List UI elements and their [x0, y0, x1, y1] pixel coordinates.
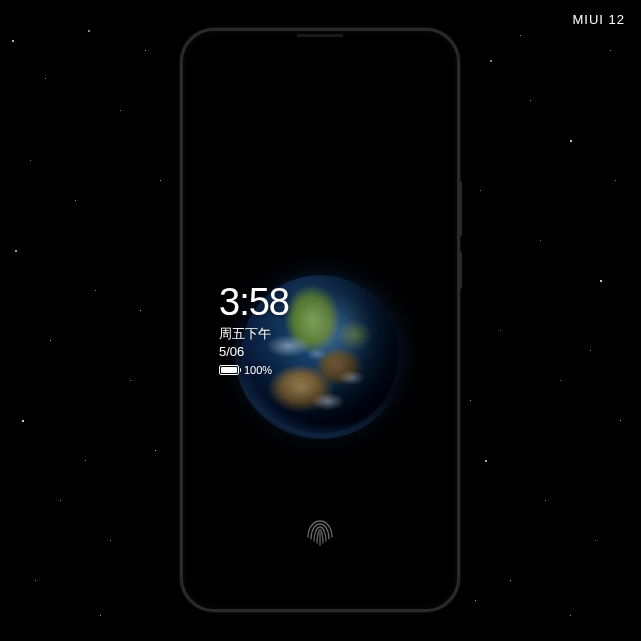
lock-screen-info: 3:58 周五下午 5/06 100%	[219, 283, 289, 376]
day-period: 周五下午	[219, 325, 289, 343]
battery-fill	[221, 367, 237, 373]
phone-screen: 3:58 周五下午 5/06 100%	[191, 39, 449, 601]
volume-button[interactable]	[459, 251, 462, 289]
power-button[interactable]	[459, 181, 462, 236]
fingerprint-icon[interactable]	[300, 513, 340, 553]
clock-time: 3:58	[219, 283, 289, 321]
phone-frame: 3:58 周五下午 5/06 100%	[180, 28, 460, 612]
battery-percent: 100%	[244, 364, 272, 376]
date: 5/06	[219, 344, 289, 359]
speaker-grille	[297, 34, 343, 37]
brand-logo: MIUI 12	[572, 12, 625, 27]
battery-icon	[219, 365, 239, 375]
battery-status: 100%	[219, 364, 289, 376]
